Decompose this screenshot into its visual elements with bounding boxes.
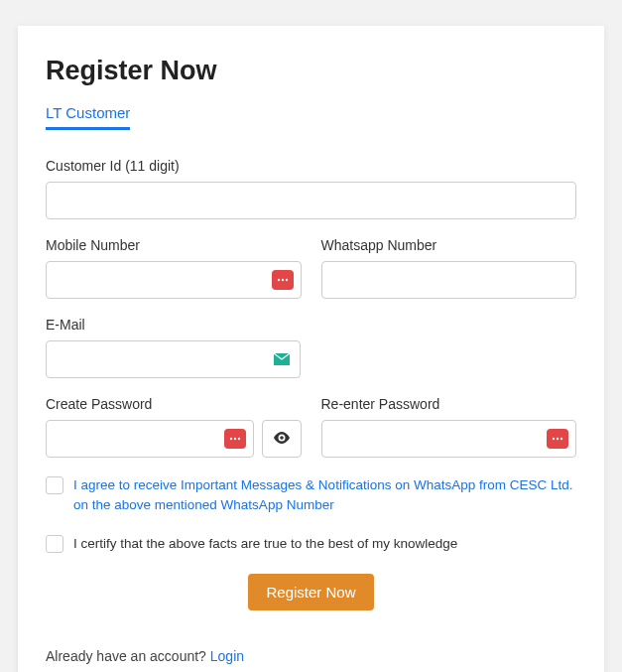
toggle-password-visibility[interactable] xyxy=(262,420,302,458)
svg-point-0 xyxy=(277,279,279,281)
field-password2: Re-enter Password xyxy=(321,396,577,458)
footer: Already have an account? Login xyxy=(46,648,576,664)
email-label: E-Mail xyxy=(46,317,576,333)
password2-label: Re-enter Password xyxy=(321,396,577,412)
tab-lt-customer[interactable]: LT Customer xyxy=(46,104,130,130)
page-title: Register Now xyxy=(46,56,576,86)
login-link[interactable]: Login xyxy=(210,648,244,664)
mobile-label: Mobile Number xyxy=(46,237,302,253)
password-label: Create Password xyxy=(46,396,302,412)
svg-point-7 xyxy=(553,438,555,440)
whatsapp-consent-checkbox[interactable] xyxy=(46,476,63,494)
field-mobile: Mobile Number xyxy=(46,237,302,299)
eye-icon xyxy=(273,432,291,447)
svg-point-9 xyxy=(560,438,562,440)
whatsapp-input[interactable] xyxy=(321,261,577,299)
svg-point-3 xyxy=(229,438,231,440)
svg-point-2 xyxy=(285,279,287,281)
certify-checkbox[interactable] xyxy=(46,535,63,553)
password-strength-icon xyxy=(224,429,246,449)
customer-id-label: Customer Id (11 digit) xyxy=(46,158,576,174)
password-input[interactable] xyxy=(46,420,254,458)
mobile-input[interactable] xyxy=(46,261,302,299)
keypad-icon xyxy=(272,270,294,290)
register-button[interactable]: Register Now xyxy=(248,574,373,610)
submit-row: Register Now xyxy=(46,574,576,610)
password2-input[interactable] xyxy=(321,420,577,458)
footer-prefix: Already have an account? xyxy=(46,648,210,664)
password2-strength-icon xyxy=(547,429,568,449)
whatsapp-consent-row: I agree to receive Important Messages & … xyxy=(46,475,576,516)
svg-point-6 xyxy=(280,436,284,440)
customer-id-input[interactable] xyxy=(46,182,576,219)
whatsapp-consent-label: I agree to receive Important Messages & … xyxy=(73,475,576,516)
field-password: Create Password xyxy=(46,396,302,458)
email-input[interactable] xyxy=(46,340,301,378)
certify-label: I certify that the above facts are true … xyxy=(73,534,457,554)
mail-icon xyxy=(271,349,293,369)
field-whatsapp: Whatsapp Number xyxy=(321,237,577,299)
svg-point-4 xyxy=(233,438,235,440)
field-customer-id: Customer Id (11 digit) xyxy=(46,158,576,219)
svg-point-5 xyxy=(237,438,239,440)
certify-row: I certify that the above facts are true … xyxy=(46,534,576,554)
svg-point-1 xyxy=(281,279,283,281)
whatsapp-label: Whatsapp Number xyxy=(321,237,577,253)
svg-point-8 xyxy=(557,438,559,440)
register-card: Register Now LT Customer Customer Id (11… xyxy=(18,26,604,672)
field-email: E-Mail xyxy=(46,317,576,378)
